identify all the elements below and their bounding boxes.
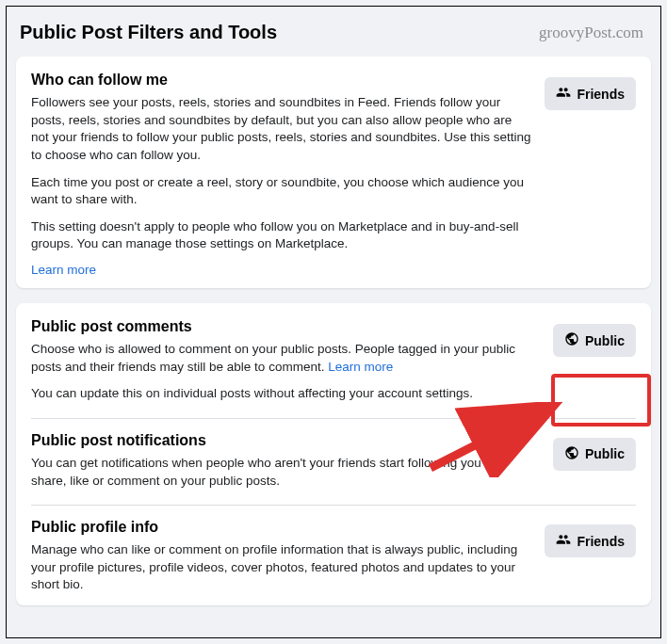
comments-audience-button[interactable]: Public: [553, 324, 636, 357]
profile-button-label: Friends: [577, 534, 625, 549]
card-public-post-settings: Public post comments Choose who is allow…: [16, 303, 651, 605]
section-title-follow: Who can follow me: [31, 72, 531, 89]
follow-learn-more-link[interactable]: Learn more: [31, 263, 531, 277]
watermark: groovyPost.com: [539, 24, 643, 42]
globe-icon: [564, 445, 579, 463]
comments-desc-1: Choose who is allowed to comment on your…: [31, 341, 540, 376]
comments-desc-1-text: Choose who is allowed to comment on your…: [31, 342, 515, 374]
card-who-can-follow: Who can follow me Followers see your pos…: [16, 56, 651, 288]
notifications-button-label: Public: [585, 446, 625, 461]
profile-desc: Manage who can like or comment on profil…: [31, 541, 531, 594]
comments-learn-more-link[interactable]: Learn more: [328, 360, 393, 374]
follow-audience-button[interactable]: Friends: [545, 77, 636, 110]
notifications-desc: You can get notifications when people wh…: [31, 455, 540, 490]
divider: [31, 505, 636, 506]
globe-icon: [564, 331, 579, 349]
profile-audience-button[interactable]: Friends: [545, 524, 636, 557]
comments-button-label: Public: [585, 333, 625, 348]
follow-desc-2: Each time you post or create a reel, sto…: [31, 174, 531, 209]
section-title-notifications: Public post notifications: [31, 432, 540, 449]
follow-desc-1: Followers see your posts, reels, stories…: [31, 94, 531, 165]
notifications-audience-button[interactable]: Public: [553, 438, 636, 471]
friends-icon: [556, 85, 571, 103]
follow-button-label: Friends: [577, 87, 625, 102]
divider: [31, 418, 636, 419]
section-title-comments: Public post comments: [31, 318, 540, 335]
section-title-profile: Public profile info: [31, 519, 531, 536]
comments-desc-2: You can update this on individual posts …: [31, 385, 540, 403]
follow-desc-3: This setting doesn't apply to people who…: [31, 218, 531, 253]
friends-icon: [556, 532, 571, 550]
